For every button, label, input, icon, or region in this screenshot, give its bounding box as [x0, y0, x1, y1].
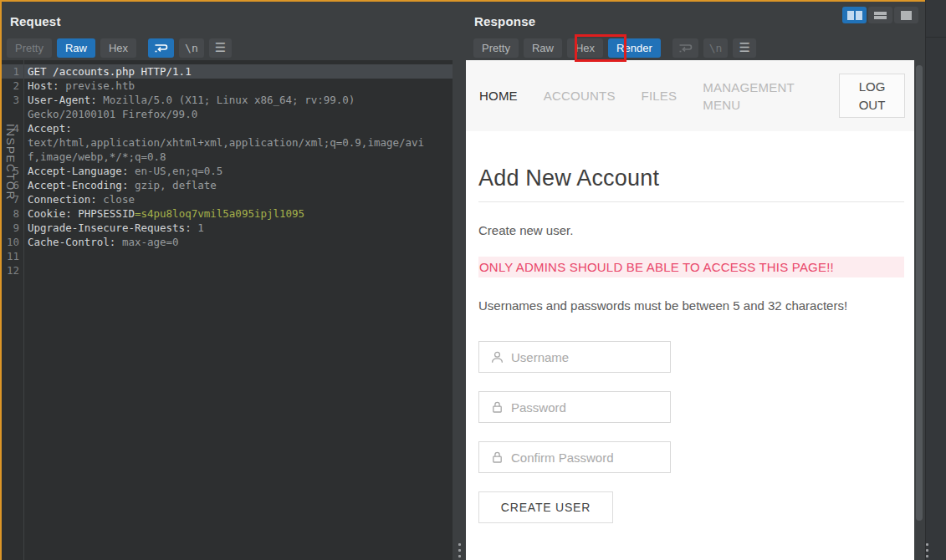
wrap-lines-icon[interactable]	[672, 38, 698, 58]
logout-button[interactable]: LOG OUT	[839, 74, 905, 118]
admin-warning-banner: ONLY ADMINS SHOULD BE ABLE TO ACCESS THI…	[478, 257, 904, 277]
editor-line: 5Accept-Language: en-US,en;q=0.5	[2, 164, 453, 178]
rows-layout-icon[interactable]	[868, 7, 892, 23]
nav-item-accounts[interactable]: ACCOUNTS	[544, 89, 616, 103]
panel-split-handle[interactable]	[458, 542, 461, 559]
editor-line: 6Accept-Encoding: gzip, deflate	[2, 178, 453, 192]
site-navbar: HOMEACCOUNTSFILESMANAGEMENT MENU LOG OUT	[466, 60, 914, 131]
line-number: 3	[2, 93, 23, 121]
response-tab-render[interactable]: Render	[608, 38, 661, 58]
line-content	[23, 249, 453, 263]
placeholder-text: Password	[511, 400, 566, 415]
placeholder-text: Confirm Password	[511, 451, 614, 465]
request-tab-bar: PrettyRawHex\n☰	[7, 38, 237, 58]
window-accent-top	[0, 0, 946, 2]
line-content: Accept-Encoding: gzip, deflate	[23, 178, 453, 192]
inspector-sidebar	[925, 0, 946, 560]
password-field[interactable]: Password	[478, 391, 671, 423]
single-panel-icon[interactable]	[894, 7, 918, 23]
response-panel-title: Response	[474, 14, 535, 28]
request-editor[interactable]: 1GET /accounts.php HTTP/1.12Host: previs…	[2, 60, 453, 560]
response-render-view: HOMEACCOUNTSFILESMANAGEMENT MENU LOG OUT…	[466, 60, 914, 560]
editor-line: 1GET /accounts.php HTTP/1.1	[2, 64, 453, 79]
request-tab-hex[interactable]: Hex	[100, 38, 136, 58]
lock-icon	[490, 400, 504, 415]
inspector-tab[interactable]: INSPECTOR	[4, 124, 17, 201]
response-scrollbar-thumb[interactable]	[916, 65, 923, 521]
nav-item-management-menu[interactable]: MANAGEMENT MENU	[703, 79, 790, 114]
lock-icon	[490, 451, 504, 465]
page-content: Add New Account Create new user. ONLY AD…	[466, 165, 914, 523]
intro-text: Create new user.	[478, 223, 904, 237]
line-content: Host: previse.htb	[23, 79, 453, 93]
nav-item-home[interactable]: HOME	[479, 89, 518, 103]
line-number: 8	[2, 206, 23, 221]
window-accent-left	[0, 0, 2, 560]
request-tab-raw[interactable]: Raw	[57, 38, 95, 58]
line-content: GET /accounts.php HTTP/1.1	[23, 64, 453, 79]
line-number: 12	[2, 263, 23, 277]
editor-menu-icon[interactable]: ☰	[209, 38, 232, 58]
username-field[interactable]: Username	[478, 341, 671, 373]
user-icon	[490, 350, 504, 364]
line-content: Accept: text/html,application/xhtml+xml,…	[23, 121, 453, 164]
confirm-password-field[interactable]: Confirm Password	[478, 441, 671, 473]
request-tab-pretty[interactable]: Pretty	[7, 38, 52, 58]
line-content: Cache-Control: max-age=0	[23, 235, 453, 249]
inspector-split-handle[interactable]	[925, 542, 928, 559]
heading-divider	[478, 201, 904, 202]
editor-menu-icon[interactable]: ☰	[733, 38, 755, 58]
editor-line: 10Cache-Control: max-age=0	[2, 235, 453, 249]
show-newlines-icon[interactable]: \n	[179, 38, 204, 58]
response-tab-bar: PrettyRawHexRender\n☰	[473, 38, 761, 58]
line-content: Upgrade-Insecure-Requests: 1	[23, 221, 453, 235]
line-number: 2	[2, 79, 23, 93]
editor-line: 11	[2, 249, 453, 263]
editor-line: 12	[2, 263, 453, 277]
editor-line: 3User-Agent: Mozilla/5.0 (X11; Linux x86…	[2, 93, 453, 121]
response-tab-hex[interactable]: Hex	[567, 38, 603, 58]
editor-line: 7Connection: close	[2, 192, 453, 206]
nav-item-files[interactable]: FILES	[642, 89, 678, 103]
view-layout-buttons	[842, 7, 920, 23]
editor-line: 9Upgrade-Insecure-Requests: 1	[2, 221, 453, 235]
response-tab-raw[interactable]: Raw	[524, 38, 562, 58]
line-content	[23, 263, 453, 277]
response-tab-pretty[interactable]: Pretty	[473, 38, 519, 58]
wrap-lines-icon[interactable]	[148, 38, 174, 58]
inspector-separator	[925, 37, 946, 38]
line-number: 11	[2, 249, 23, 263]
gutter-separator	[23, 60, 24, 560]
show-newlines-icon[interactable]: \n	[703, 38, 729, 58]
placeholder-text: Username	[511, 350, 569, 364]
editor-line: 4Accept: text/html,application/xhtml+xml…	[2, 121, 453, 164]
line-number: 9	[2, 221, 23, 235]
request-panel-title: Request	[10, 14, 61, 28]
line-content: Cookie: PHPSESSID=s4pu8loq7vmil5a095ipjl…	[23, 206, 453, 221]
constraint-note: Usernames and passwords must be between …	[478, 298, 904, 313]
line-number: 1	[2, 64, 23, 79]
editor-line: 8Cookie: PHPSESSID=s4pu8loq7vmil5a095ipj…	[2, 206, 453, 221]
line-content: Connection: close	[23, 192, 453, 206]
page-title: Add New Account	[478, 165, 904, 191]
line-content: User-Agent: Mozilla/5.0 (X11; Linux x86_…	[23, 93, 453, 121]
line-number: 10	[2, 235, 23, 249]
create-user-button[interactable]: CREATE USER	[478, 491, 613, 523]
editor-line: 2Host: previse.htb	[2, 79, 453, 93]
line-content: Accept-Language: en-US,en;q=0.5	[23, 164, 453, 178]
columns-layout-icon[interactable]	[842, 7, 867, 23]
